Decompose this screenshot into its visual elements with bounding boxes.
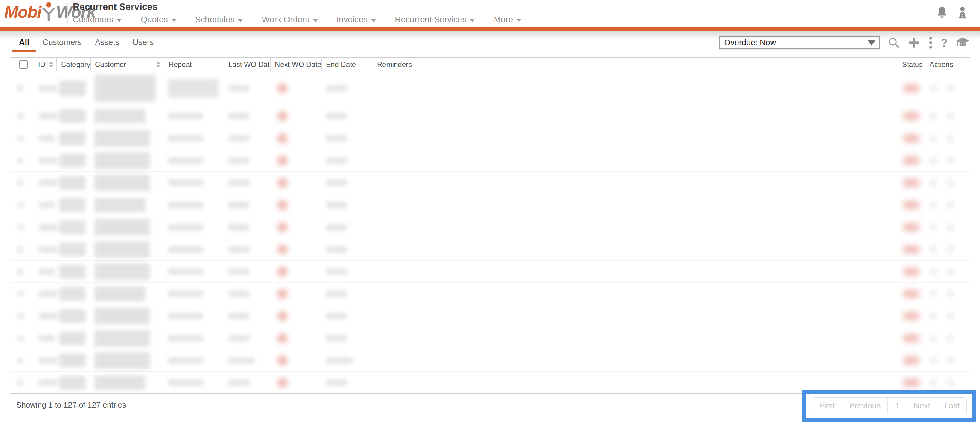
redacted-category (59, 265, 86, 279)
action-icon[interactable] (946, 334, 955, 343)
row-checkbox[interactable] (17, 224, 24, 231)
table-row[interactable] (10, 305, 970, 327)
action-icon[interactable] (929, 334, 938, 343)
action-icon[interactable] (929, 84, 938, 93)
table-row[interactable] (10, 194, 970, 216)
table-row[interactable] (10, 149, 970, 172)
action-icon[interactable] (946, 200, 955, 209)
action-icon[interactable] (946, 134, 955, 143)
nav-item-quotes[interactable]: Quotes (141, 15, 177, 24)
column-header-end-date[interactable]: End Date (322, 58, 373, 71)
table-row[interactable] (10, 71, 970, 105)
table-row[interactable] (10, 172, 970, 194)
row-checkbox[interactable] (17, 135, 24, 142)
column-header-last-wo-date[interactable]: Last WO Date (224, 58, 271, 71)
column-header-id[interactable]: ID (34, 58, 57, 71)
tab-assets[interactable]: Assets (88, 31, 126, 52)
action-icon[interactable] (946, 378, 955, 387)
nav-item-invoices[interactable]: Invoices (337, 15, 376, 24)
table-row[interactable] (10, 327, 970, 349)
user-icon[interactable] (958, 6, 967, 21)
table-row[interactable] (10, 127, 970, 149)
pagination-first[interactable]: First (812, 398, 842, 414)
action-icon[interactable] (929, 356, 938, 365)
action-icon[interactable] (929, 289, 938, 298)
column-header-reminders[interactable]: Reminders (373, 58, 898, 71)
column-header-category[interactable]: Category (57, 58, 91, 71)
sort-icon[interactable] (49, 62, 53, 68)
row-checkbox[interactable] (17, 290, 24, 297)
action-icon[interactable] (946, 267, 955, 276)
column-header-customer[interactable]: Customer (91, 58, 164, 71)
nav-item-recurrent-services[interactable]: Recurrent Services (395, 15, 475, 24)
action-icon[interactable] (929, 267, 938, 276)
nav-item-more[interactable]: More (493, 15, 522, 24)
action-icon[interactable] (946, 311, 955, 320)
action-icon[interactable] (946, 356, 955, 365)
column-header-select-all[interactable] (10, 58, 34, 71)
sort-icon[interactable] (156, 62, 161, 68)
row-checkbox[interactable] (17, 113, 24, 120)
redacted-end-date (326, 135, 347, 142)
action-icon[interactable] (929, 200, 938, 209)
action-icon[interactable] (946, 178, 955, 187)
table-row[interactable] (10, 238, 970, 260)
redacted-customer (94, 175, 150, 191)
action-icon[interactable] (946, 223, 955, 232)
row-checkbox[interactable] (17, 85, 24, 92)
tab-customers[interactable]: Customers (36, 31, 89, 52)
more-options-icon[interactable] (929, 36, 932, 49)
filter-dropdown[interactable]: Overdue: Now (719, 36, 880, 49)
action-icon[interactable] (929, 178, 938, 187)
tab-all[interactable]: All (12, 31, 36, 52)
row-checkbox[interactable] (17, 201, 24, 209)
table-row[interactable] (10, 260, 970, 283)
bell-icon[interactable] (937, 6, 947, 21)
nav-item-work-orders[interactable]: Work Orders (262, 15, 318, 24)
search-icon[interactable] (888, 36, 900, 49)
pagination-next[interactable]: Next (907, 398, 937, 414)
action-icon[interactable] (929, 134, 938, 143)
action-icon[interactable] (946, 156, 955, 165)
table-row[interactable] (10, 105, 970, 127)
action-icon[interactable] (929, 245, 938, 254)
pagination-previous[interactable]: Previous (842, 398, 888, 414)
row-checkbox[interactable] (17, 313, 24, 320)
action-icon[interactable] (929, 378, 938, 387)
column-header-repeat[interactable]: Repeat (164, 58, 224, 71)
action-icon[interactable] (929, 156, 938, 165)
column-header-next-wo-date[interactable]: Next WO Date (271, 58, 322, 71)
select-all-checkbox[interactable] (19, 60, 28, 69)
action-icon[interactable] (946, 245, 955, 254)
status-badge (903, 267, 920, 276)
row-checkbox[interactable] (17, 179, 24, 186)
add-icon[interactable] (908, 36, 921, 49)
training-icon[interactable] (956, 36, 970, 49)
nav-item-schedules[interactable]: Schedules (195, 15, 243, 24)
row-checkbox[interactable] (17, 379, 24, 386)
column-header-actions[interactable]: Actions (925, 58, 970, 71)
action-icon[interactable] (946, 289, 955, 298)
table-row[interactable] (10, 283, 970, 305)
row-checkbox[interactable] (17, 157, 24, 164)
table-header: ID Category Customer Repeat Last WO Date… (10, 58, 970, 71)
help-icon[interactable]: ? (941, 37, 948, 48)
table-body (10, 71, 970, 394)
row-checkbox[interactable] (17, 357, 24, 364)
column-header-status[interactable]: Status (898, 58, 925, 71)
nav-item-customers[interactable]: Customers (73, 15, 122, 24)
action-icon[interactable] (946, 112, 955, 121)
action-icon[interactable] (929, 223, 938, 232)
table-row[interactable] (10, 216, 970, 238)
action-icon[interactable] (929, 311, 938, 320)
action-icon[interactable] (946, 84, 955, 93)
row-checkbox[interactable] (17, 268, 24, 275)
tab-users[interactable]: Users (126, 31, 161, 52)
pagination-1[interactable]: 1 (888, 398, 907, 414)
action-icon[interactable] (929, 112, 938, 121)
row-checkbox[interactable] (17, 246, 24, 253)
overdue-indicator (277, 378, 288, 388)
table-row[interactable] (10, 349, 970, 371)
row-checkbox[interactable] (17, 335, 24, 342)
pagination-last[interactable]: Last (937, 398, 966, 414)
